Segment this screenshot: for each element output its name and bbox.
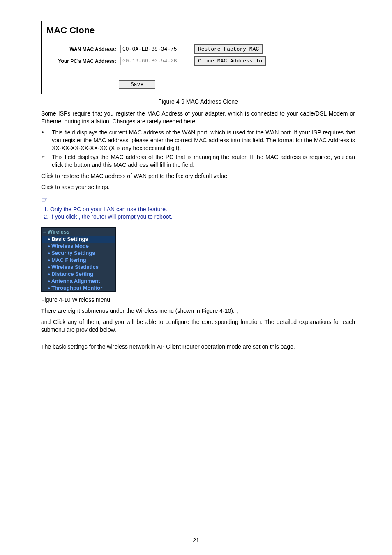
pc-mac-bullet: ➢ This field displays the MAC address of… (41, 153, 355, 169)
click-restore-b: to restore the MAC address of WAN port t… (55, 173, 229, 179)
wireless-menu-para2: and Click any of them, and you will be a… (41, 318, 355, 334)
sidebar-item-antenna-alignment[interactable]: Antenna Alignment (42, 278, 115, 284)
bullet-arrow-icon: ➢ (41, 129, 52, 152)
mac-clone-title: MAC Clone (42, 21, 355, 40)
note-list: Only the PC on your LAN can use the feat… (41, 206, 355, 220)
click-save-para: Click to save your settings. (41, 183, 355, 191)
sidebar-item-mac-filtering[interactable]: MAC Filtering (42, 257, 115, 264)
intro-para: Some ISPs require that you register the … (41, 110, 355, 125)
sidebar-item-distance-setting[interactable]: Distance Setting (42, 271, 115, 278)
figure-4-9-caption: Figure 4-9 MAC Address Clone (41, 98, 355, 105)
wireless-header[interactable]: Wireless (42, 228, 115, 236)
wireless-menu-para2-b: Click any of them, and you will be able … (41, 319, 355, 333)
note-item-1: Only the PC on your LAN can use the feat… (50, 206, 355, 213)
save-row: Save (42, 76, 355, 94)
pc-mac-label: Your PC's MAC Address: (46, 58, 116, 64)
wan-mac-input[interactable] (120, 45, 190, 53)
sidebar-item-wireless-mode[interactable]: Wireless Mode (42, 243, 115, 250)
page-number: 21 (0, 537, 392, 543)
click-save-a: Click (41, 184, 55, 190)
note2-a: If you click (50, 213, 78, 220)
sidebar-item-throughput-monitor[interactable]: Throughput Monitor (42, 284, 115, 291)
restore-factory-mac-button[interactable]: Restore Factory MAC (194, 44, 263, 54)
panel-divider (46, 40, 350, 40)
note1-a: Only the PC on your LAN can use the (50, 206, 148, 213)
figure-4-10-caption: Figure 4-10 Wireless menu (41, 296, 355, 304)
pc-mac-bullet-t2: button and this MAC address will fill in… (74, 162, 182, 168)
wireless-menu-para-a: There are eight submenus under the Wirel… (41, 308, 236, 314)
mac-clone-body: WAN MAC Address: Restore Factory MAC You… (42, 44, 355, 72)
pc-mac-input (120, 57, 190, 65)
note2-b: , the router will prompt you to reboot. (78, 213, 172, 220)
sidebar-item-basic-settings[interactable]: Basic Settings (42, 236, 115, 243)
clone-mac-button[interactable]: Clone MAC Address To (194, 56, 266, 66)
sidebar-item-security-settings[interactable]: Security Settings (42, 250, 115, 257)
pc-mac-bullet-text: This field displays the MAC address of t… (52, 153, 355, 169)
save-button[interactable]: Save (119, 80, 155, 89)
pc-mac-bullet-t3: field. (182, 162, 194, 168)
note1-b: feature. (148, 206, 167, 213)
wireless-menu-para2-a: and (41, 319, 53, 325)
note-hand-icon: ☞ (41, 195, 355, 204)
mac-clone-panel: MAC Clone WAN MAC Address: Restore Facto… (41, 21, 355, 94)
wireless-submenu: Wireless Basic Settings Wireless Mode Se… (41, 227, 116, 292)
note-item-2: If you click , the router will prompt yo… (50, 213, 355, 220)
pc-mac-row: Your PC's MAC Address: Clone MAC Address… (46, 56, 350, 66)
wan-mac-bullet-text: This field displays the current MAC addr… (52, 129, 355, 152)
wan-mac-row: WAN MAC Address: Restore Factory MAC (46, 44, 350, 54)
click-save-b: to save your settings. (55, 184, 109, 190)
wireless-menu-para-comma: , (236, 308, 238, 314)
sidebar-item-wireless-statistics[interactable]: Wireless Statistics (42, 264, 115, 271)
click-restore-para: Click to restore the MAC address of WAN … (41, 172, 355, 180)
wan-mac-label: WAN MAC Address: (46, 46, 116, 52)
bullet-arrow-icon: ➢ (41, 153, 52, 169)
wireless-menu-para: There are eight submenus under the Wirel… (41, 307, 355, 315)
click-restore-a: Click (41, 173, 55, 179)
basic-settings-para: The basic settings for the wireless netw… (41, 343, 355, 351)
wan-mac-bullet: ➢ This field displays the current MAC ad… (41, 129, 355, 152)
